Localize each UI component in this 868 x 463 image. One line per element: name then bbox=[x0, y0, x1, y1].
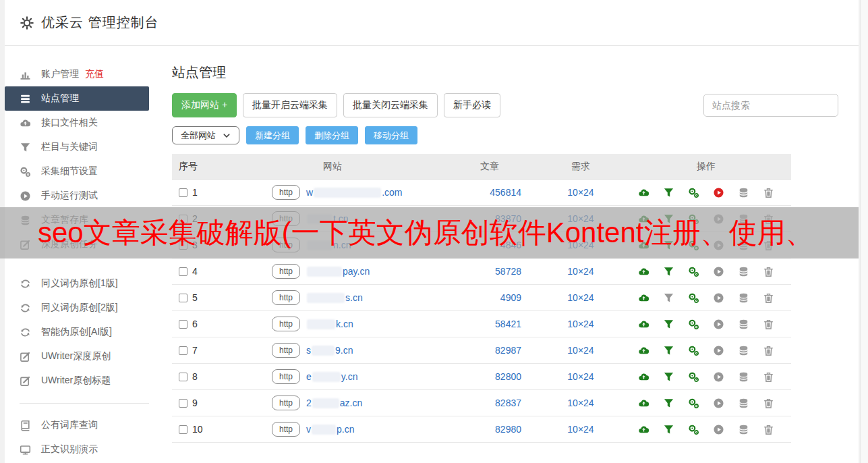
sidebar-item-12[interactable]: UWriter原创标题 bbox=[5, 369, 149, 393]
sidebar-item-4[interactable]: 采集细节设置 bbox=[5, 159, 149, 184]
settings-icon[interactable] bbox=[688, 424, 699, 435]
row-checkbox[interactable] bbox=[179, 425, 187, 434]
cloud-upload-icon[interactable] bbox=[638, 292, 649, 304]
cloud-upload-icon[interactable] bbox=[638, 319, 649, 330]
settings-icon[interactable] bbox=[688, 371, 699, 383]
sidebar-item-11[interactable]: UWriter深度原创 bbox=[5, 344, 149, 369]
sidebar-item-2[interactable]: 接口文件相关 bbox=[5, 111, 149, 135]
row-checkbox[interactable] bbox=[179, 267, 187, 276]
article-count-link[interactable]: 456814 bbox=[439, 187, 540, 198]
row-checkbox[interactable] bbox=[179, 320, 187, 329]
article-count-link[interactable]: 82800 bbox=[439, 371, 540, 382]
sidebar-item-13[interactable]: 公有词库查询 bbox=[5, 413, 149, 437]
settings-icon[interactable] bbox=[688, 319, 699, 330]
filter-icon[interactable] bbox=[663, 398, 674, 409]
settings-icon[interactable] bbox=[688, 266, 699, 277]
row-checkbox[interactable] bbox=[179, 346, 187, 355]
http-badge[interactable]: http bbox=[272, 317, 300, 331]
delete-icon[interactable] bbox=[763, 266, 774, 277]
article-count-link[interactable]: 4909 bbox=[439, 292, 540, 303]
row-checkbox[interactable] bbox=[179, 188, 187, 197]
article-count-link[interactable]: 58728 bbox=[439, 266, 540, 277]
filter-icon[interactable] bbox=[663, 371, 674, 383]
site-domain-link[interactable]: s.cn bbox=[306, 292, 363, 303]
cloud-upload-icon[interactable] bbox=[638, 371, 649, 383]
cloud-upload-icon[interactable] bbox=[638, 187, 649, 198]
new-group-button[interactable]: 新建分组 bbox=[246, 126, 299, 144]
delete-icon[interactable] bbox=[763, 371, 774, 383]
http-badge[interactable]: http bbox=[272, 290, 300, 305]
site-domain-link[interactable]: s9.cn bbox=[306, 345, 353, 356]
delete-icon[interactable] bbox=[763, 187, 774, 198]
batch-disable-cloud-button[interactable]: 批量关闭云端采集 bbox=[343, 93, 438, 117]
run-icon[interactable] bbox=[713, 266, 724, 277]
sidebar-item-14[interactable]: 正文识别演示 bbox=[5, 437, 149, 462]
article-store-icon[interactable] bbox=[738, 292, 749, 304]
cloud-upload-icon[interactable] bbox=[638, 345, 649, 356]
http-badge[interactable]: http bbox=[272, 396, 300, 410]
article-count-link[interactable]: 82837 bbox=[439, 398, 540, 408]
http-badge[interactable]: http bbox=[272, 369, 300, 384]
run-icon[interactable] bbox=[713, 187, 724, 198]
filter-icon[interactable] bbox=[663, 319, 674, 330]
settings-icon[interactable] bbox=[688, 345, 699, 356]
run-icon[interactable] bbox=[713, 319, 724, 330]
article-count-link[interactable]: 58421 bbox=[439, 319, 540, 329]
row-checkbox[interactable] bbox=[179, 399, 187, 408]
delete-group-button[interactable]: 删除分组 bbox=[306, 126, 358, 144]
sidebar-item-5[interactable]: 手动运行测试 bbox=[5, 184, 149, 208]
row-checkbox[interactable] bbox=[179, 294, 187, 302]
sidebar-item-3[interactable]: 栏目与关键词 bbox=[5, 135, 149, 159]
filter-icon[interactable] bbox=[663, 266, 674, 277]
site-search-input[interactable] bbox=[703, 94, 838, 117]
run-icon[interactable] bbox=[713, 398, 724, 409]
article-store-icon[interactable] bbox=[738, 398, 749, 409]
run-icon[interactable] bbox=[713, 424, 724, 435]
http-badge[interactable]: http bbox=[272, 343, 300, 358]
delete-icon[interactable] bbox=[763, 292, 774, 304]
site-domain-link[interactable]: w.com bbox=[306, 187, 402, 198]
sidebar-item-0[interactable]: 账户管理充值 bbox=[5, 62, 149, 86]
cloud-upload-icon[interactable] bbox=[638, 398, 649, 409]
article-store-icon[interactable] bbox=[738, 319, 749, 330]
article-store-icon[interactable] bbox=[738, 345, 749, 356]
article-count-link[interactable]: 82980 bbox=[439, 424, 540, 435]
article-store-icon[interactable] bbox=[738, 371, 749, 383]
site-domain-link[interactable]: ey.cn bbox=[306, 371, 357, 382]
sidebar-item-1[interactable]: 站点管理 bbox=[5, 86, 149, 111]
sidebar-item-9[interactable]: 同义词伪原创[2版] bbox=[5, 296, 149, 320]
sidebar-item-8[interactable]: 同义词伪原创[1版] bbox=[5, 271, 149, 296]
run-icon[interactable] bbox=[713, 292, 724, 304]
filter-icon[interactable] bbox=[663, 345, 674, 356]
site-domain-link[interactable]: k.cn bbox=[306, 319, 353, 329]
move-group-button[interactable]: 移动分组 bbox=[365, 126, 417, 144]
http-badge[interactable]: http bbox=[272, 185, 300, 200]
beginner-guide-button[interactable]: 新手必读 bbox=[444, 93, 500, 117]
delete-icon[interactable] bbox=[763, 424, 774, 435]
settings-icon[interactable] bbox=[688, 398, 699, 409]
row-checkbox[interactable] bbox=[179, 373, 187, 381]
site-domain-link[interactable]: 2az.cn bbox=[306, 398, 362, 408]
filter-icon[interactable] bbox=[663, 292, 674, 304]
cloud-upload-icon[interactable] bbox=[638, 266, 649, 277]
filter-icon[interactable] bbox=[663, 187, 674, 198]
run-icon[interactable] bbox=[713, 345, 724, 356]
batch-enable-cloud-button[interactable]: 批量开启云端采集 bbox=[243, 93, 337, 117]
filter-icon[interactable] bbox=[663, 424, 674, 435]
site-domain-link[interactable]: vp.cn bbox=[306, 424, 354, 435]
run-icon[interactable] bbox=[713, 371, 724, 383]
settings-icon[interactable] bbox=[688, 292, 699, 304]
recharge-link[interactable]: 充值 bbox=[85, 68, 104, 80]
site-domain-link[interactable]: pay.cn bbox=[306, 266, 370, 277]
group-select[interactable]: 全部网站 bbox=[172, 126, 239, 144]
sidebar-item-10[interactable]: 智能伪原创[AI版] bbox=[5, 320, 149, 344]
article-count-link[interactable]: 82987 bbox=[439, 345, 540, 356]
delete-icon[interactable] bbox=[763, 345, 774, 356]
cloud-upload-icon[interactable] bbox=[638, 424, 649, 435]
article-store-icon[interactable] bbox=[738, 187, 749, 198]
article-store-icon[interactable] bbox=[738, 424, 749, 435]
http-badge[interactable]: http bbox=[272, 422, 300, 437]
add-site-button[interactable]: 添加网站 + bbox=[172, 93, 237, 117]
delete-icon[interactable] bbox=[763, 398, 774, 409]
vertical-scrollbar[interactable] bbox=[860, 0, 868, 463]
